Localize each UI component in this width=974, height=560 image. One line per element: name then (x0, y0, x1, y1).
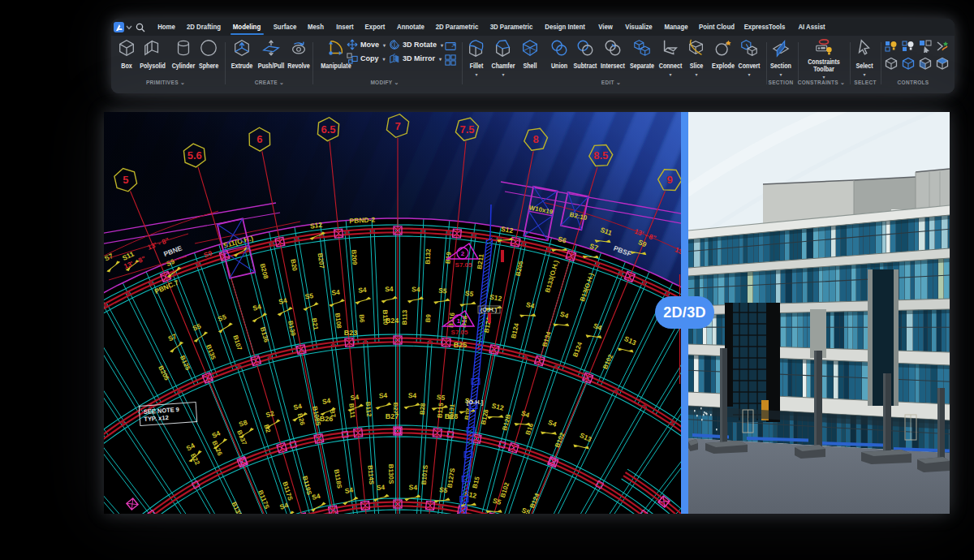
svg-text:S4: S4 (385, 285, 394, 293)
svg-text:B27: B27 (386, 412, 399, 420)
svg-text:[O.H.]: [O.H.] (467, 398, 484, 406)
svg-text:B28: B28 (445, 412, 459, 420)
svg-text:S7.05: S7.05 (455, 261, 472, 269)
svg-text:S4: S4 (376, 483, 385, 492)
svg-text:B6: B6 (358, 314, 366, 323)
svg-text:S5: S5 (436, 393, 446, 402)
svg-text:S12: S12 (309, 221, 323, 230)
svg-text:9: 9 (667, 174, 673, 186)
svg-text:B112: B112 (364, 402, 373, 418)
svg-text:8: 8 (532, 133, 538, 145)
svg-text:S4: S4 (408, 391, 417, 399)
svg-text:B9: B9 (425, 313, 433, 322)
svg-text:B209: B209 (350, 249, 358, 265)
svg-text:S4: S4 (350, 393, 360, 402)
svg-text:(O.H.): (O.H.) (481, 306, 498, 313)
svg-text:B23: B23 (344, 329, 358, 337)
svg-text:S5: S5 (464, 289, 474, 298)
svg-text:S4: S4 (321, 396, 331, 406)
svg-text:2: 2 (461, 250, 465, 257)
svg-text:B28: B28 (419, 403, 427, 416)
svg-text:S4: S4 (412, 285, 420, 293)
svg-text:S4: S4 (408, 483, 417, 491)
svg-text:S4: S4 (344, 486, 354, 495)
svg-text:S7.05: S7.05 (451, 329, 468, 336)
svg-text:7.5: 7.5 (459, 123, 474, 136)
svg-text:B130S: B130S (387, 464, 394, 485)
svg-text:5.6: 5.6 (187, 149, 202, 162)
svg-text:B24: B24 (386, 317, 399, 325)
svg-text:1: 1 (457, 317, 461, 325)
svg-text:B26: B26 (320, 415, 334, 423)
svg-text:B132: B132 (425, 248, 433, 265)
svg-text:S5: S5 (438, 286, 448, 295)
svg-text:6: 6 (256, 133, 262, 145)
svg-text:6.5: 6.5 (321, 123, 335, 136)
svg-text:8.5: 8.5 (593, 149, 608, 162)
svg-text:5: 5 (123, 174, 128, 186)
svg-text:B25: B25 (454, 341, 468, 349)
svg-text:S4: S4 (379, 391, 388, 399)
svg-text:B113: B113 (401, 309, 408, 325)
svg-text:S4: S4 (331, 288, 341, 297)
svg-text:7: 7 (394, 120, 400, 132)
svg-text:PBND-2: PBND-2 (349, 215, 375, 225)
svg-text:S5: S5 (304, 291, 314, 301)
svg-text:S4: S4 (358, 286, 367, 295)
